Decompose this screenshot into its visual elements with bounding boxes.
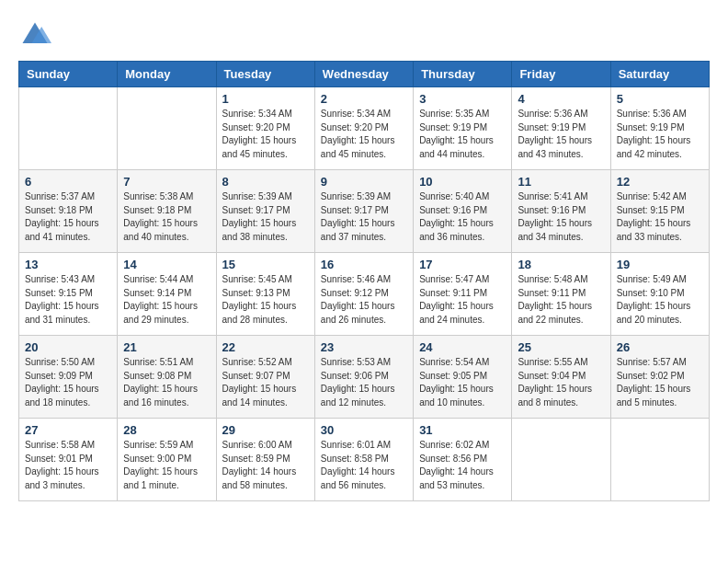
day-number: 25 xyxy=(518,340,604,354)
day-number: 17 xyxy=(419,258,506,271)
cell-info: Sunrise: 6:00 AM Sunset: 8:59 PM Dayligh… xyxy=(222,439,309,492)
cell-info: Sunrise: 5:52 AM Sunset: 9:07 PM Dayligh… xyxy=(222,356,309,409)
logo xyxy=(18,18,57,52)
day-number: 1 xyxy=(222,92,309,106)
day-number: 9 xyxy=(321,175,407,189)
calendar-cell: 29Sunrise: 6:00 AM Sunset: 8:59 PM Dayli… xyxy=(216,419,314,501)
calendar-cell: 27Sunrise: 5:58 AM Sunset: 9:01 PM Dayli… xyxy=(19,419,118,501)
calendar-cell xyxy=(610,419,709,501)
day-number: 16 xyxy=(321,258,407,271)
day-number: 20 xyxy=(25,340,111,354)
cell-info: Sunrise: 5:34 AM Sunset: 9:20 PM Dayligh… xyxy=(321,108,407,161)
cell-info: Sunrise: 5:53 AM Sunset: 9:06 PM Dayligh… xyxy=(321,356,407,409)
calendar-cell: 21Sunrise: 5:51 AM Sunset: 9:08 PM Dayli… xyxy=(118,336,216,419)
day-number: 14 xyxy=(123,258,210,271)
cell-info: Sunrise: 5:39 AM Sunset: 9:17 PM Dayligh… xyxy=(321,190,407,244)
cell-info: Sunrise: 5:35 AM Sunset: 9:19 PM Dayligh… xyxy=(419,108,506,161)
calendar-cell xyxy=(512,419,610,501)
calendar-cell: 16Sunrise: 5:46 AM Sunset: 9:12 PM Dayli… xyxy=(314,253,413,336)
calendar-table: SundayMondayTuesdayWednesdayThursdayFrid… xyxy=(18,61,710,501)
day-number: 24 xyxy=(419,340,506,354)
day-number: 31 xyxy=(419,423,506,437)
calendar-cell: 8Sunrise: 5:39 AM Sunset: 9:17 PM Daylig… xyxy=(216,170,314,253)
cell-info: Sunrise: 5:38 AM Sunset: 9:18 PM Dayligh… xyxy=(123,190,210,244)
day-number: 21 xyxy=(123,340,210,354)
day-number: 7 xyxy=(123,175,210,189)
cell-info: Sunrise: 5:46 AM Sunset: 9:12 PM Dayligh… xyxy=(321,273,407,327)
day-number: 22 xyxy=(222,340,309,354)
cell-info: Sunrise: 5:49 AM Sunset: 9:10 PM Dayligh… xyxy=(617,273,703,327)
cell-info: Sunrise: 5:48 AM Sunset: 9:11 PM Dayligh… xyxy=(518,273,604,327)
day-number: 27 xyxy=(25,423,111,437)
cell-info: Sunrise: 5:47 AM Sunset: 9:11 PM Dayligh… xyxy=(419,273,506,327)
cell-info: Sunrise: 5:44 AM Sunset: 9:14 PM Dayligh… xyxy=(123,273,210,327)
calendar-cell: 9Sunrise: 5:39 AM Sunset: 9:17 PM Daylig… xyxy=(314,170,413,253)
cell-info: Sunrise: 5:59 AM Sunset: 9:00 PM Dayligh… xyxy=(123,439,210,492)
cell-info: Sunrise: 5:39 AM Sunset: 9:17 PM Dayligh… xyxy=(222,190,309,244)
weekday-header: Tuesday xyxy=(216,62,314,87)
cell-info: Sunrise: 5:42 AM Sunset: 9:15 PM Dayligh… xyxy=(617,190,703,244)
calendar-header-row: SundayMondayTuesdayWednesdayThursdayFrid… xyxy=(19,62,710,87)
calendar-cell: 2Sunrise: 5:34 AM Sunset: 9:20 PM Daylig… xyxy=(314,87,413,170)
cell-info: Sunrise: 6:02 AM Sunset: 8:56 PM Dayligh… xyxy=(419,439,506,492)
calendar-cell: 30Sunrise: 6:01 AM Sunset: 8:58 PM Dayli… xyxy=(314,419,413,501)
day-number: 2 xyxy=(321,92,407,106)
day-number: 28 xyxy=(123,423,210,437)
calendar-cell: 15Sunrise: 5:45 AM Sunset: 9:13 PM Dayli… xyxy=(216,253,314,336)
calendar-cell xyxy=(19,87,118,170)
weekday-header: Friday xyxy=(512,62,610,87)
calendar-cell: 4Sunrise: 5:36 AM Sunset: 9:19 PM Daylig… xyxy=(512,87,610,170)
calendar-cell: 23Sunrise: 5:53 AM Sunset: 9:06 PM Dayli… xyxy=(314,336,413,419)
calendar-cell: 13Sunrise: 5:43 AM Sunset: 9:15 PM Dayli… xyxy=(19,253,118,336)
cell-info: Sunrise: 6:01 AM Sunset: 8:58 PM Dayligh… xyxy=(321,439,407,492)
calendar-cell: 31Sunrise: 6:02 AM Sunset: 8:56 PM Dayli… xyxy=(414,419,512,501)
weekday-header: Saturday xyxy=(610,62,709,87)
calendar-cell: 7Sunrise: 5:38 AM Sunset: 9:18 PM Daylig… xyxy=(118,170,216,253)
cell-info: Sunrise: 5:45 AM Sunset: 9:13 PM Dayligh… xyxy=(222,273,309,327)
calendar-week-row: 6Sunrise: 5:37 AM Sunset: 9:18 PM Daylig… xyxy=(19,170,710,253)
weekday-header: Monday xyxy=(118,62,216,87)
calendar-cell: 3Sunrise: 5:35 AM Sunset: 9:19 PM Daylig… xyxy=(414,87,512,170)
cell-info: Sunrise: 5:54 AM Sunset: 9:05 PM Dayligh… xyxy=(419,356,506,409)
day-number: 29 xyxy=(222,423,309,437)
cell-info: Sunrise: 5:40 AM Sunset: 9:16 PM Dayligh… xyxy=(419,190,506,244)
day-number: 23 xyxy=(321,340,407,354)
day-number: 19 xyxy=(617,258,703,271)
calendar-cell: 28Sunrise: 5:59 AM Sunset: 9:00 PM Dayli… xyxy=(118,419,216,501)
day-number: 26 xyxy=(617,340,703,354)
day-number: 6 xyxy=(25,175,111,189)
calendar-cell: 18Sunrise: 5:48 AM Sunset: 9:11 PM Dayli… xyxy=(512,253,610,336)
day-number: 18 xyxy=(518,258,604,271)
day-number: 30 xyxy=(321,423,407,437)
day-number: 4 xyxy=(518,92,604,106)
cell-info: Sunrise: 5:50 AM Sunset: 9:09 PM Dayligh… xyxy=(25,356,111,409)
page-header xyxy=(18,18,710,52)
calendar-cell: 20Sunrise: 5:50 AM Sunset: 9:09 PM Dayli… xyxy=(19,336,118,419)
calendar-cell: 11Sunrise: 5:41 AM Sunset: 9:16 PM Dayli… xyxy=(512,170,610,253)
calendar-cell: 10Sunrise: 5:40 AM Sunset: 9:16 PM Dayli… xyxy=(414,170,512,253)
cell-info: Sunrise: 5:34 AM Sunset: 9:20 PM Dayligh… xyxy=(222,108,309,161)
cell-info: Sunrise: 5:36 AM Sunset: 9:19 PM Dayligh… xyxy=(518,108,604,161)
day-number: 12 xyxy=(617,175,703,189)
day-number: 11 xyxy=(518,175,604,189)
cell-info: Sunrise: 5:37 AM Sunset: 9:18 PM Dayligh… xyxy=(25,190,111,244)
calendar-week-row: 20Sunrise: 5:50 AM Sunset: 9:09 PM Dayli… xyxy=(19,336,710,419)
day-number: 15 xyxy=(222,258,309,271)
day-number: 3 xyxy=(419,92,506,106)
weekday-header: Wednesday xyxy=(314,62,413,87)
calendar-week-row: 27Sunrise: 5:58 AM Sunset: 9:01 PM Dayli… xyxy=(19,419,710,501)
calendar-cell: 25Sunrise: 5:55 AM Sunset: 9:04 PM Dayli… xyxy=(512,336,610,419)
calendar-cell: 22Sunrise: 5:52 AM Sunset: 9:07 PM Dayli… xyxy=(216,336,314,419)
weekday-header: Sunday xyxy=(19,62,118,87)
cell-info: Sunrise: 5:55 AM Sunset: 9:04 PM Dayligh… xyxy=(518,356,604,409)
calendar-cell: 1Sunrise: 5:34 AM Sunset: 9:20 PM Daylig… xyxy=(216,87,314,170)
calendar-week-row: 1Sunrise: 5:34 AM Sunset: 9:20 PM Daylig… xyxy=(19,87,710,170)
calendar-cell: 5Sunrise: 5:36 AM Sunset: 9:19 PM Daylig… xyxy=(610,87,709,170)
cell-info: Sunrise: 5:41 AM Sunset: 9:16 PM Dayligh… xyxy=(518,190,604,244)
calendar-cell: 6Sunrise: 5:37 AM Sunset: 9:18 PM Daylig… xyxy=(19,170,118,253)
calendar-cell: 24Sunrise: 5:54 AM Sunset: 9:05 PM Dayli… xyxy=(414,336,512,419)
calendar-cell: 26Sunrise: 5:57 AM Sunset: 9:02 PM Dayli… xyxy=(610,336,709,419)
day-number: 5 xyxy=(617,92,703,106)
calendar-cell: 12Sunrise: 5:42 AM Sunset: 9:15 PM Dayli… xyxy=(610,170,709,253)
calendar-cell: 17Sunrise: 5:47 AM Sunset: 9:11 PM Dayli… xyxy=(414,253,512,336)
